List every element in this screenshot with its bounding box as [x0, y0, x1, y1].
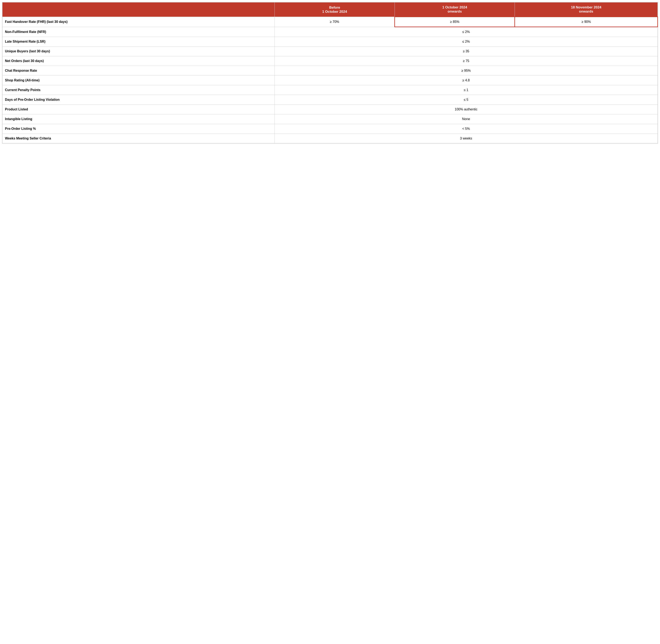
criteria-cell: Shop Rating (All-time)	[2, 76, 275, 85]
criteria-cell: Pre-Order Listing %	[2, 124, 275, 134]
table-row: Net Orders (last 30 days)≥ 75	[2, 56, 658, 66]
before-oct-cell: ≥ 70%	[275, 17, 395, 27]
header-nov-onwards: 18 November 2024onwards	[515, 2, 658, 17]
merged-value-cell: ≥ 95%	[275, 66, 658, 76]
header-criteria	[2, 2, 275, 17]
criteria-cell: Days of Pre-Order Listing Violation	[2, 95, 275, 105]
criteria-cell: Unique Buyers (last 30 days)	[2, 47, 275, 56]
merged-value-cell: ≤ 2%	[275, 27, 658, 37]
criteria-cell: Intangible Listing	[2, 114, 275, 124]
table-row: Intangible ListingNone	[2, 114, 658, 124]
criteria-cell: Non-Fulfilment Rate (NFR)	[2, 27, 275, 37]
table-row: Current Penalty Points≤ 1	[2, 85, 658, 95]
header-before-oct: Before1 October 2024	[275, 2, 395, 17]
criteria-cell: Product Listed	[2, 105, 275, 114]
table-row: Non-Fulfilment Rate (NFR)≤ 2%	[2, 27, 658, 37]
merged-value-cell: None	[275, 114, 658, 124]
merged-value-cell: ≤ 1	[275, 85, 658, 95]
header-oct-onwards: 1 October 2024onwards	[395, 2, 515, 17]
merged-value-cell: ≥ 75	[275, 56, 658, 66]
table-row: Product Listed100% authentic	[2, 105, 658, 114]
criteria-cell: Fast Handover Rate (FHR) (last 30 days)	[2, 17, 275, 27]
criteria-cell: Chat Response Rate	[2, 66, 275, 76]
table-row: Unique Buyers (last 30 days)≥ 35	[2, 47, 658, 56]
table-row: Days of Pre-Order Listing Violation≤ 5	[2, 95, 658, 105]
criteria-cell: Current Penalty Points	[2, 85, 275, 95]
merged-value-cell: ≤ 2%	[275, 37, 658, 47]
table-row: Pre-Order Listing %< 5%	[2, 124, 658, 134]
oct-cell: ≥ 85%	[395, 17, 515, 27]
merged-value-cell: ≥ 35	[275, 47, 658, 56]
criteria-cell: Net Orders (last 30 days)	[2, 56, 275, 66]
table-row: Fast Handover Rate (FHR) (last 30 days)≥…	[2, 17, 658, 27]
criteria-cell: Weeks Meeting Seller Criteria	[2, 134, 275, 144]
merged-value-cell: < 5%	[275, 124, 658, 134]
nov-cell: ≥ 90%	[515, 17, 658, 27]
merged-value-cell: 100% authentic	[275, 105, 658, 114]
merged-value-cell: 3 weeks	[275, 134, 658, 144]
table-row: Late Shipment Rate (LSR)≤ 2%	[2, 37, 658, 47]
merged-value-cell: ≤ 5	[275, 95, 658, 105]
table-row: Weeks Meeting Seller Criteria3 weeks	[2, 134, 658, 144]
merged-value-cell: ≥ 4.8	[275, 76, 658, 85]
table-row: Chat Response Rate≥ 95%	[2, 66, 658, 76]
table-row: Shop Rating (All-time)≥ 4.8	[2, 76, 658, 85]
criteria-cell: Late Shipment Rate (LSR)	[2, 37, 275, 47]
performance-criteria-table: Before1 October 2024 1 October 2024onwar…	[2, 2, 658, 144]
